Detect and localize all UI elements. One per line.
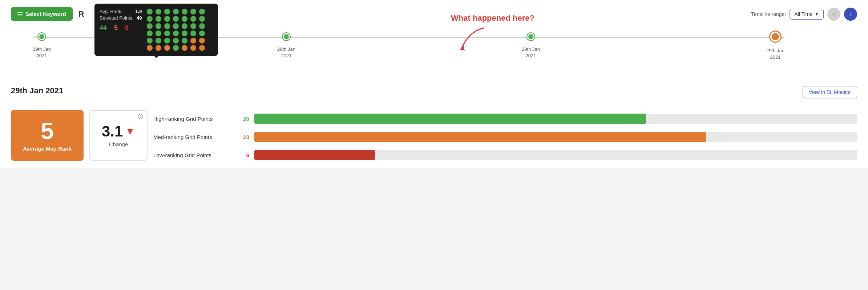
grid-dot xyxy=(199,38,205,44)
grid-dot xyxy=(190,30,196,36)
bottom-content: 29th Jan 2021 View in BL Monitor 5 Avera… xyxy=(11,86,857,161)
grid-dot xyxy=(147,16,153,22)
grid-dot xyxy=(147,9,153,15)
chevron-down-icon: ▼ xyxy=(815,12,819,17)
grid-dot xyxy=(147,23,153,29)
tooltip-left: Avg. Rank: 1.9 Selected Points: 49 44 5 xyxy=(100,9,142,51)
timeline-dot xyxy=(283,33,290,40)
bar-row: High-ranking Grid Points20 xyxy=(153,114,857,124)
avg-rank-card: 5 Average Map Rank xyxy=(11,110,84,161)
grid-dot xyxy=(173,45,179,51)
grid-dot xyxy=(156,30,161,36)
stats-cards: 5 Average Map Rank ⓘ 3.1 ▼ Change xyxy=(11,110,148,161)
grid-dot xyxy=(156,23,161,29)
timeline-point[interactable]: 29th Jan2021 xyxy=(522,33,540,59)
tooltip-stats: Avg. Rank: 1.9 Selected Points: 49 xyxy=(100,9,142,21)
grid-dot xyxy=(182,30,187,36)
bottom-header: 29th Jan 2021 View in BL Monitor xyxy=(11,86,857,103)
grid-dot xyxy=(164,45,170,51)
grid-dot xyxy=(147,38,153,44)
bar-row: Low-ranking Grid Points6 xyxy=(153,150,857,160)
grid-dot xyxy=(164,16,170,22)
timeline-prev-button[interactable]: ‹ xyxy=(827,8,840,21)
bar-label: High-ranking Grid Points xyxy=(153,116,233,122)
tooltip-avg-rank-row: Avg. Rank: 1.9 xyxy=(100,9,142,14)
grid-dot xyxy=(190,16,196,22)
bar-count: 20 xyxy=(238,116,249,122)
tooltip-numbers: 44 5 0 xyxy=(100,24,142,32)
grid-dot xyxy=(173,16,179,22)
bar-track xyxy=(254,150,857,160)
bottom-section: 29th Jan 2021 View in BL Monitor 5 Avera… xyxy=(11,86,857,161)
grid-dot xyxy=(173,38,179,44)
grid-dot xyxy=(173,30,179,36)
grid-dot xyxy=(164,9,170,15)
avg-rank-label: Average Map Rank xyxy=(23,146,72,152)
timeline-point[interactable]: 29th Jan2021 xyxy=(277,33,295,59)
grid-dot xyxy=(190,23,196,29)
grid-dot xyxy=(156,38,161,44)
grid-dot xyxy=(173,23,179,29)
bottom-stats-row: 5 Average Map Rank ⓘ 3.1 ▼ Change High-r… xyxy=(11,110,857,161)
hamburger-icon xyxy=(17,12,23,16)
timeline-dot xyxy=(527,33,534,40)
view-bl-monitor-button[interactable]: View in BL Monitor xyxy=(803,86,857,98)
grid-dot xyxy=(173,9,179,15)
grid-dot xyxy=(199,30,205,36)
timeline-range-select[interactable]: All Time ▼ xyxy=(790,9,824,20)
bar-track xyxy=(254,114,857,124)
info-icon: ⓘ xyxy=(138,114,143,120)
grid-dot xyxy=(147,45,153,51)
grid-dot xyxy=(182,16,187,22)
date-heading: 29th Jan 2021 xyxy=(11,86,63,95)
timeline-date: 29th Jan2021 xyxy=(522,46,540,59)
grid-dot xyxy=(147,30,153,36)
bar-row: Med-ranking Grid Points23 xyxy=(153,132,857,142)
bar-fill xyxy=(254,132,706,142)
tooltip-inner: Avg. Rank: 1.9 Selected Points: 49 44 5 xyxy=(100,9,213,51)
tooltip-avg-rank-value: 1.9 xyxy=(135,9,142,14)
timeline-next-button[interactable]: › xyxy=(844,8,857,21)
dot-grid xyxy=(147,9,206,51)
grid-dot xyxy=(190,45,196,51)
change-card: ⓘ 3.1 ▼ Change xyxy=(89,110,148,161)
grid-dot xyxy=(190,38,196,44)
grid-dot xyxy=(199,9,205,15)
page-wrapper: Select Keyword R Avg. Rank: 1.9 Selected… xyxy=(0,0,868,168)
change-arrow-down-icon: ▼ xyxy=(125,126,135,136)
grid-dot xyxy=(156,9,161,15)
bar-count: 23 xyxy=(238,134,249,140)
tooltip-selected-row: Selected Points: 49 xyxy=(100,15,142,21)
timeline-dot-active xyxy=(770,32,780,42)
timeline-date: 29th Jan2021 xyxy=(277,46,295,59)
bar-label: Med-ranking Grid Points xyxy=(153,134,233,140)
timeline-dot xyxy=(38,33,45,40)
grid-dot xyxy=(190,9,196,15)
page-title: R xyxy=(78,9,84,19)
tooltip-selected-value: 49 xyxy=(137,15,142,21)
bar-label: Low-ranking Grid Points xyxy=(153,152,233,158)
tooltip-green-count: 44 xyxy=(100,24,107,32)
tooltip-avg-rank-label: Avg. Rank: xyxy=(100,9,122,14)
select-keyword-button[interactable]: Select Keyword xyxy=(11,7,73,21)
timeline-range-label: Timeline range: xyxy=(751,11,786,17)
grid-dot xyxy=(199,16,205,22)
grid-dot xyxy=(199,45,205,51)
next-arrow-icon: › xyxy=(849,11,851,17)
grid-dot xyxy=(182,23,187,29)
grid-dot xyxy=(199,23,205,29)
tooltip-container: Avg. Rank: 1.9 Selected Points: 49 44 5 xyxy=(94,4,218,56)
grid-dot xyxy=(156,16,161,22)
timeline-point[interactable]: 29th Jan2021 xyxy=(33,33,51,59)
tooltip-selected-label: Selected Points: xyxy=(100,15,134,21)
avg-rank-value: 5 xyxy=(41,119,54,143)
bars-section: High-ranking Grid Points20Med-ranking Gr… xyxy=(153,110,857,160)
select-keyword-label: Select Keyword xyxy=(25,11,66,17)
timeline-date: 29th Jan2021 xyxy=(766,48,784,61)
grid-dot xyxy=(182,45,187,51)
change-label: Change xyxy=(109,141,128,147)
timeline-point[interactable]: 29th Jan2021 xyxy=(766,32,784,61)
view-bl-label: View in BL Monitor xyxy=(809,89,851,95)
timeline-range-value: All Time xyxy=(794,11,812,17)
grid-dot xyxy=(182,9,187,15)
